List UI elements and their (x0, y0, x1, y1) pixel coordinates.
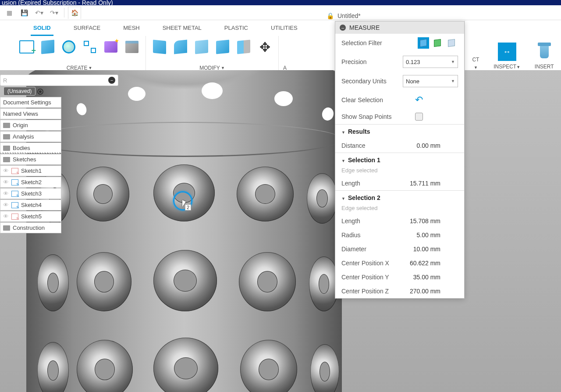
new-sketch-button[interactable] (18, 38, 36, 56)
move-button[interactable]: ✥ (256, 38, 274, 56)
model-hole[interactable] (237, 167, 294, 221)
collapse-icon[interactable]: – (340, 25, 346, 31)
label-diameter: Diameter (341, 246, 366, 253)
model-hole[interactable] (77, 167, 129, 221)
value-cpx: 60.622 mm (410, 260, 440, 267)
model-hole[interactable] (37, 254, 69, 311)
shell-button[interactable] (192, 38, 211, 56)
label-cpz: Center Position Z (341, 288, 389, 295)
show-snap-checkbox[interactable] (415, 113, 423, 121)
filter-bodies-button[interactable] (432, 37, 443, 49)
secondary-units-select[interactable]: None▼ (403, 75, 458, 87)
value-length1: 15.711 mm (410, 180, 440, 187)
combine-button[interactable] (213, 38, 232, 56)
label-secondary-units: Secondary Units (341, 78, 387, 85)
model-hole[interactable] (153, 250, 217, 311)
measure-tool-button[interactable] (498, 43, 516, 61)
fillet-button[interactable] (171, 38, 190, 56)
section-results[interactable]: Results (335, 124, 464, 139)
home-tab-button[interactable]: 🏠 (68, 7, 81, 19)
model-rim (26, 122, 342, 157)
label-length2: Length (341, 217, 360, 225)
browser-item-construction[interactable]: Construction (0, 222, 61, 233)
folder-icon (3, 225, 10, 231)
browser-search[interactable]: R − (0, 75, 118, 86)
primitive-button[interactable] (123, 38, 141, 56)
hint-selection2: Edge selected (335, 205, 464, 214)
lock-icon: 🔒 (327, 12, 334, 19)
visibility-icon[interactable]: 👁 (3, 179, 9, 185)
label-radius: Radius (341, 232, 361, 239)
derive-button[interactable] (81, 38, 99, 56)
file-menu-button[interactable]: ▦ (3, 7, 16, 19)
group-modify: ✥ MODIFY▼ (146, 36, 279, 73)
sketch-icon (11, 179, 18, 185)
browser-item-bodies[interactable]: Bodies (0, 143, 61, 153)
browser-item-document-settings[interactable]: Document Settings (0, 97, 61, 108)
browser-item-sketch1[interactable]: 👁Sketch1 (0, 165, 61, 176)
press-pull-button[interactable] (150, 38, 169, 56)
redo-button[interactable]: ↷▾ (47, 7, 60, 19)
browser-item-origin[interactable]: Origin (0, 120, 61, 131)
filter-components-button[interactable] (446, 37, 457, 49)
document-tab[interactable]: 🔒 Untitled* (327, 12, 361, 19)
extrude-button[interactable] (39, 38, 57, 56)
visibility-icon[interactable]: 👁 (3, 190, 9, 197)
group-construct-partial[interactable]: CT▼ (472, 57, 479, 70)
model-hole[interactable] (309, 257, 339, 311)
tab-sheet-metal[interactable]: SHEET METAL (160, 23, 204, 36)
model-hole[interactable] (307, 173, 337, 224)
component-radio[interactable] (37, 89, 43, 95)
group-insert[interactable]: INSERT (535, 43, 554, 70)
model-tophole[interactable] (274, 91, 293, 106)
separator (64, 8, 64, 18)
visibility-icon[interactable]: 👁 (3, 167, 9, 174)
browser-root-unsaved[interactable]: (Unsaved) (4, 87, 36, 96)
folder-icon (3, 134, 10, 139)
tab-mesh[interactable]: MESH (121, 23, 142, 36)
sketch-icon (11, 168, 18, 174)
browser-item-sketches[interactable]: Sketches (0, 154, 61, 165)
precision-select[interactable]: 0.123▼ (403, 56, 458, 68)
clear-selection-button[interactable]: ↶ (415, 94, 423, 106)
tab-plastic[interactable]: PLASTIC (222, 23, 251, 36)
document-name: Untitled* (337, 12, 361, 19)
filter-faces-button[interactable] (418, 37, 429, 49)
measure-panel-header[interactable]: – MEASURE (335, 21, 464, 34)
revolve-button[interactable] (60, 38, 78, 56)
model-tophole[interactable] (202, 82, 223, 99)
visibility-icon[interactable]: 👁 (3, 202, 9, 208)
insert-fastener-button[interactable] (535, 43, 554, 61)
browser-item-analysis[interactable]: Analysis (0, 131, 61, 142)
browser-item-sketch4[interactable]: 👁Sketch4 (0, 200, 61, 210)
save-button[interactable]: 💾 (18, 7, 31, 19)
group-inspect[interactable]: INSPECT▼ (494, 43, 520, 70)
model-tophole[interactable] (128, 87, 146, 101)
sketch-icon (11, 191, 18, 197)
section-selection1[interactable]: Selection 1 (335, 153, 464, 167)
hint-selection1: Edge selected (335, 167, 464, 176)
viewport-3d[interactable]: 2 (0, 70, 561, 392)
tab-solid[interactable]: SOLID (31, 23, 53, 36)
tab-surface[interactable]: SURFACE (71, 23, 103, 36)
split-button[interactable] (234, 38, 253, 56)
folder-icon (3, 157, 10, 162)
folder-icon (3, 146, 10, 151)
cursor: 2 (182, 200, 191, 210)
visibility-icon[interactable]: 👁 (3, 213, 9, 220)
section-selection2[interactable]: Selection 2 (335, 190, 464, 205)
label-show-snap: Show Snap Points (341, 113, 391, 120)
measure-panel-title: MEASURE (349, 24, 380, 31)
sketch-icon (11, 202, 18, 208)
browser-item-sketch2[interactable]: 👁Sketch2 (0, 177, 61, 188)
browser-item-sketch3[interactable]: 👁Sketch3 (0, 188, 61, 199)
model-hole[interactable] (239, 252, 296, 311)
create-form-button[interactable] (102, 38, 120, 56)
browser-item-named-views[interactable]: Named Views (0, 108, 61, 119)
tab-utilities[interactable]: UTILITIES (268, 23, 300, 36)
close-icon[interactable]: − (108, 77, 115, 84)
undo-button[interactable]: ↶▾ (32, 7, 46, 19)
value-distance: 0.00 mm (417, 142, 440, 149)
model-hole[interactable] (77, 252, 131, 311)
browser-item-sketch5[interactable]: 👁Sketch5 (0, 211, 61, 222)
